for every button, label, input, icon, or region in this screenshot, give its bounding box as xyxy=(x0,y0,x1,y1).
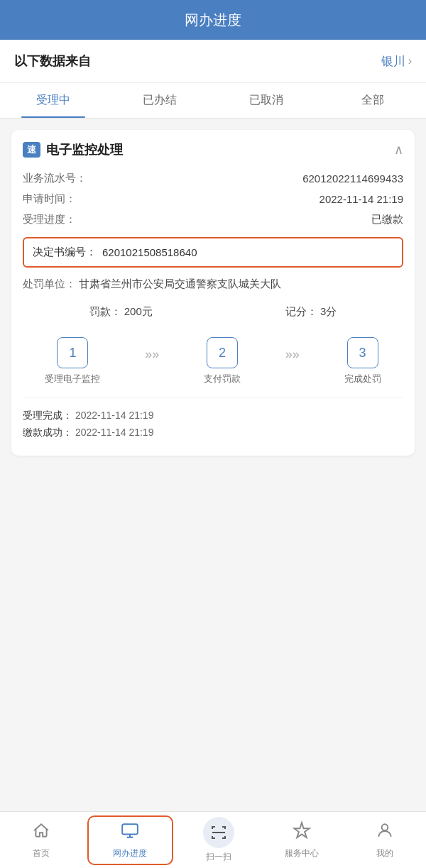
case-card: 速 电子监控处理 ∧ 业务流水号： 62012022114699433 申请时间… xyxy=(11,130,415,456)
card-title: 电子监控处理 xyxy=(46,141,123,158)
apply-time-label: 申请时间： xyxy=(23,192,80,206)
nav-scan-label: 扫一扫 xyxy=(206,851,231,863)
speed-badge: 速 xyxy=(23,142,40,158)
step-3: 3 完成处罚 xyxy=(344,337,381,385)
fine-item: 罚款： 200元 xyxy=(89,305,153,319)
step-1-label: 受理电子监控 xyxy=(45,373,100,385)
step-2-label: 支付罚款 xyxy=(204,373,241,385)
nav-home[interactable]: 首页 xyxy=(0,815,83,865)
decision-number-label: 决定书编号： xyxy=(33,246,97,259)
step-arrow-2: »» xyxy=(285,347,300,362)
home-icon xyxy=(32,821,50,845)
serial-number-label: 业务流水号： xyxy=(23,172,87,185)
tab-processing[interactable]: 受理中 xyxy=(0,83,106,118)
service-icon xyxy=(293,821,311,845)
data-source-location: 银川 xyxy=(381,53,405,70)
data-source-location-row[interactable]: 银川 › xyxy=(381,53,412,70)
step-3-label: 完成处罚 xyxy=(344,373,381,385)
nav-home-label: 首页 xyxy=(33,847,50,859)
nav-service-label: 服务中心 xyxy=(285,847,319,859)
chevron-right-icon: › xyxy=(408,55,412,67)
timeline-status-1: 缴款成功： xyxy=(23,427,72,438)
timeline-time-0: 2022-11-14 21:19 xyxy=(75,410,154,421)
serial-number-value: 62012022114699433 xyxy=(302,172,403,185)
card-header: 速 电子监控处理 ∧ xyxy=(23,141,403,158)
svg-rect-0 xyxy=(122,824,138,834)
progress-status-label: 受理进度： xyxy=(23,213,80,226)
main-content: 速 电子监控处理 ∧ 业务流水号： 62012022114699433 申请时间… xyxy=(0,119,426,527)
apply-time-row: 申请时间： 2022-11-14 21:19 xyxy=(23,189,403,209)
header-title: 网办进度 xyxy=(185,11,241,30)
points-label: 记分： xyxy=(285,305,317,317)
serial-number-row: 业务流水号： 62012022114699433 xyxy=(23,168,403,189)
nav-mine[interactable]: 我的 xyxy=(343,815,426,865)
step-2: 2 支付罚款 xyxy=(204,337,241,385)
monitor-icon xyxy=(121,821,139,845)
fine-points-row: 罚款： 200元 记分： 3分 xyxy=(23,298,403,329)
step-arrow-1: »» xyxy=(145,347,159,362)
nav-scan[interactable]: 扫一扫 xyxy=(178,811,261,868)
svg-point-2 xyxy=(381,824,388,830)
decision-number-box: 决定书编号： 6201021508518640 xyxy=(23,237,403,268)
bottom-nav: 首页 网办进度 扫一扫 服务中心 xyxy=(0,811,426,868)
punishment-unit-label: 处罚单位： xyxy=(23,278,76,290)
tab-cancelled[interactable]: 已取消 xyxy=(213,83,320,118)
punishment-unit-value: 甘肃省兰州市公安局交通警察支队城关大队 xyxy=(79,278,281,290)
progress-status-row: 受理进度： 已缴款 xyxy=(23,209,403,230)
points-item: 记分： 3分 xyxy=(285,305,337,319)
punishment-unit-row: 处罚单位： 甘肃省兰州市公安局交通警察支队城关大队 xyxy=(23,275,403,298)
step-1: 1 受理电子监控 xyxy=(45,337,100,385)
nav-service[interactable]: 服务中心 xyxy=(260,815,343,865)
nav-wangban[interactable]: 网办进度 xyxy=(87,815,173,865)
data-source-label: 以下数据来自 xyxy=(14,53,91,70)
nav-wangban-label: 网办进度 xyxy=(113,847,147,859)
tab-all[interactable]: 全部 xyxy=(320,83,426,118)
timeline: 受理完成： 2022-11-14 21:19 缴款成功： 2022-11-14 … xyxy=(23,397,403,444)
tab-bar: 受理中 已办结 已取消 全部 xyxy=(0,83,426,119)
fine-label: 罚款： xyxy=(89,305,121,317)
progress-status-value: 已缴款 xyxy=(371,213,403,226)
timeline-item-0: 受理完成： 2022-11-14 21:19 xyxy=(23,407,403,424)
collapse-icon[interactable]: ∧ xyxy=(394,142,403,158)
timeline-status-0: 受理完成： xyxy=(23,410,72,421)
data-source-bar: 以下数据来自 银川 › xyxy=(0,40,426,83)
header: 网办进度 xyxy=(0,0,426,40)
nav-mine-label: 我的 xyxy=(376,847,393,859)
step-2-circle: 2 xyxy=(207,337,238,368)
step-1-circle: 1 xyxy=(57,337,88,368)
steps-row: 1 受理电子监控 »» 2 支付罚款 »» 3 完成处罚 xyxy=(23,329,403,391)
fine-value: 200元 xyxy=(124,305,153,317)
step-3-circle: 3 xyxy=(347,337,378,368)
scan-icon xyxy=(203,817,234,848)
card-title-row: 速 电子监控处理 xyxy=(23,141,123,158)
points-value: 3分 xyxy=(320,305,337,317)
timeline-time-1: 2022-11-14 21:19 xyxy=(75,427,154,438)
timeline-item-1: 缴款成功： 2022-11-14 21:19 xyxy=(23,424,403,441)
decision-number-value: 6201021508518640 xyxy=(102,246,197,258)
person-icon xyxy=(376,821,394,845)
apply-time-value: 2022-11-14 21:19 xyxy=(320,193,403,205)
tab-completed[interactable]: 已办结 xyxy=(106,83,213,118)
